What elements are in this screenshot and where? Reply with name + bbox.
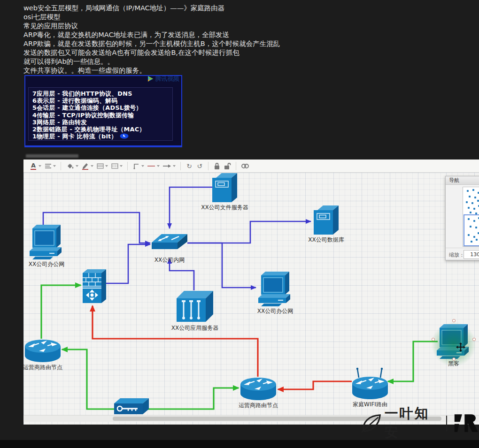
node-wifi-router[interactable]: 家庭WIFI路由	[352, 367, 388, 400]
dropdown-caret-icon[interactable]	[39, 165, 41, 167]
minimap-node-dot	[474, 197, 476, 198]
brand-separator	[446, 416, 448, 431]
edge-wifi-isp2[interactable]	[278, 381, 352, 389]
dropdown-caret-icon[interactable]	[157, 165, 160, 167]
router-icon	[25, 339, 61, 365]
edge-hacker-wifi[interactable]	[388, 342, 438, 381]
note-line: web安全五层模型，局域网通信（IP/MAC地址）——》家庭路由器	[23, 4, 333, 13]
edge-switch-database[interactable]	[187, 221, 311, 243]
minimap-node-dot	[475, 227, 477, 228]
unlock-icon	[224, 162, 231, 170]
fill-color-button[interactable]	[65, 161, 79, 171]
minimap-node-dot	[475, 213, 477, 214]
node-key[interactable]	[114, 398, 149, 418]
edge-isp1-firewall[interactable]	[41, 285, 81, 339]
node-label: XX公司应用服务器	[164, 325, 225, 331]
node-label: 运营商路由节点	[23, 364, 69, 371]
edge-isp2-firewall[interactable]	[93, 306, 258, 377]
edge-firewall-switch[interactable]	[104, 244, 150, 283]
toolbar-separator	[127, 162, 128, 170]
hatch-style-button[interactable]	[110, 161, 124, 171]
node-office-pc-right[interactable]: XX公司办公网	[258, 271, 292, 307]
rotate-ccw-button[interactable]: ↺	[195, 161, 204, 171]
note-line: 文件共享协议。。构造一些虚假的服务。	[23, 66, 333, 75]
connector-style-icon	[132, 162, 140, 170]
cursor-highlight-icon	[120, 133, 129, 140]
fill-style-icon	[96, 162, 104, 170]
watermark-text: 腾讯视频	[155, 75, 179, 83]
dropdown-caret-icon[interactable]	[53, 165, 56, 167]
toolbar-separator	[61, 162, 61, 170]
toolbar-separator	[236, 162, 236, 170]
node-label: 黑客	[435, 360, 472, 367]
line-color-icon	[81, 162, 89, 170]
edge-key-isp2[interactable]	[147, 388, 239, 409]
zoom-row: 缩放： 130%	[446, 248, 479, 261]
unlock-button[interactable]	[223, 161, 232, 171]
minimap-node-dot	[476, 239, 478, 241]
line-style-button[interactable]	[146, 161, 161, 171]
selection-handle[interactable]	[472, 338, 476, 341]
node-isp-router-2[interactable]: 运营商路由节点	[240, 377, 276, 401]
dropdown-caret-icon[interactable]	[141, 165, 144, 167]
zoom-value-input[interactable]: 130%	[464, 250, 479, 259]
minimap-node-dot	[469, 196, 471, 197]
branding-overlay: 一叶知安	[361, 404, 479, 442]
connector-style-button[interactable]	[131, 161, 145, 171]
line-spacing-button[interactable]	[43, 161, 57, 171]
line-color-button[interactable]	[80, 161, 94, 171]
arrow-style-button[interactable]	[162, 161, 177, 171]
selection-handle[interactable]	[432, 338, 435, 341]
osi-model-image: 腾讯视频 7应用层 - 我们的HTTP协议、DNS6表示层 - 进行数据编码、解…	[24, 75, 182, 147]
node-hacker[interactable]: 黑客	[437, 324, 471, 359]
minimap-node-dot	[473, 220, 475, 222]
minimap-node-dot	[473, 208, 475, 210]
osi-layer-line: 6表示层 - 进行数据编码、解码	[32, 97, 172, 104]
dropdown-caret-icon[interactable]	[173, 165, 176, 167]
node-firewall[interactable]	[83, 267, 106, 304]
lock-button[interactable]	[212, 161, 222, 171]
fill-style-button[interactable]	[95, 161, 109, 171]
arrow-style-icon	[162, 162, 171, 170]
font-color-icon: A	[30, 162, 37, 170]
dropdown-caret-icon[interactable]	[120, 165, 123, 167]
leaf-logo-icon	[361, 412, 382, 434]
font-color-button[interactable]: A	[29, 161, 42, 171]
osi-layer-line: 7应用层 - 我们的HTTP协议、DNS	[32, 90, 172, 97]
minimap[interactable]	[463, 187, 479, 247]
note-line: ARP毒化，就是交换机的MAC地址表已满，为了发送消息，全部发送	[23, 30, 333, 39]
selection-handle[interactable]	[452, 319, 456, 322]
edge-appserver-switch[interactable]	[170, 258, 194, 290]
minimap-node-dot	[468, 234, 470, 236]
rotate-cw-button[interactable]: ↻	[185, 161, 194, 171]
dropdown-caret-icon[interactable]	[76, 165, 78, 167]
selection-handle[interactable]	[452, 357, 456, 361]
move-cursor-icon	[456, 342, 465, 354]
minimap-node-dot	[471, 202, 473, 204]
node-intranet-switch[interactable]: XX公司内网	[152, 232, 187, 256]
node-isp-router-1[interactable]: 运营商路由节点	[25, 339, 61, 363]
node-label: XX公司办公网	[249, 308, 301, 314]
link-button[interactable]	[240, 161, 250, 171]
minimap-node-dot	[471, 241, 472, 243]
node-app-server[interactable]: XX公司应用服务器	[177, 290, 213, 324]
router-icon	[240, 377, 276, 403]
wifirouter-icon	[352, 367, 388, 402]
node-file-server[interactable]: XX公司文件服务器	[212, 173, 237, 203]
node-office-pc-left[interactable]: XX公司办公网	[30, 224, 63, 260]
node-label: XX公司内网	[146, 257, 193, 263]
dropdown-caret-icon[interactable]	[91, 165, 93, 167]
computer-icon	[30, 224, 63, 262]
line-spacing-icon	[44, 162, 52, 170]
dropdown-caret-icon[interactable]	[105, 165, 108, 167]
edge-key-isp1[interactable]	[62, 349, 114, 409]
node-label: XX公司办公网	[23, 261, 72, 267]
minimap-node-dot	[468, 218, 470, 220]
minimap-node-dot	[472, 189, 474, 191]
note-line: osi七层模型	[23, 13, 333, 22]
node-database[interactable]: XX公司数据库	[314, 205, 339, 235]
note-line: 常见的应用层协议	[23, 22, 333, 30]
diagram-canvas[interactable]: XX公司文件服务器XX公司数据库XX公司内网XX公司办公网XX公司应用服务器XX…	[23, 173, 479, 425]
edge-switch-pcright[interactable]	[187, 243, 256, 288]
osi-layer-line: 4传输层 - TCP/IP协议控制数据传输	[32, 112, 172, 119]
